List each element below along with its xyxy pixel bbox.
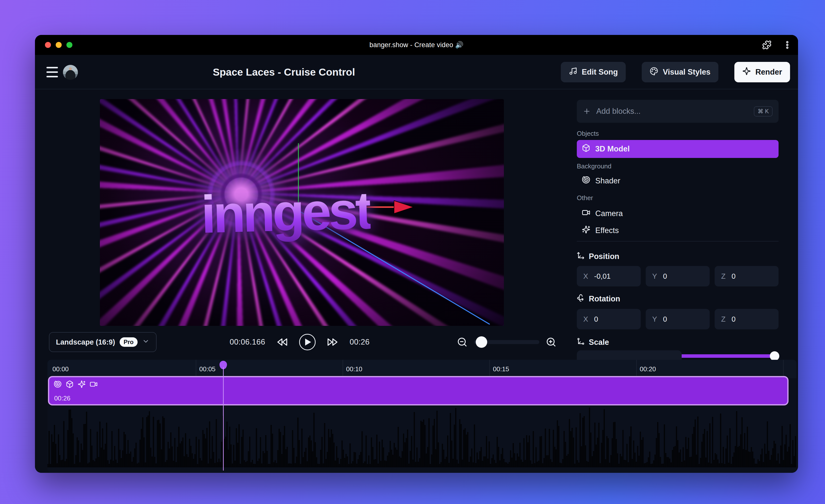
zoom-slider[interactable] [474, 340, 539, 344]
browser-tab-title: banger.show - Create video 🔊 [35, 35, 798, 55]
chevron-down-icon [142, 338, 150, 347]
scale-section-header: Scale [577, 337, 778, 347]
sparkle-icon [742, 67, 751, 77]
block-item-3d-model[interactable]: 3D Model [577, 140, 778, 158]
properties-sidebar: Add blocks... ⌘ K Objects 3D Model Backg… [577, 100, 778, 382]
ruler-time-label: 00:10 [346, 365, 362, 373]
visual-styles-button[interactable]: Visual Styles [642, 62, 719, 82]
palette-icon [650, 67, 658, 77]
edit-song-button[interactable]: Edit Song [561, 62, 626, 82]
user-avatar[interactable] [63, 65, 78, 80]
rotation-section-header: Rotation [577, 294, 778, 304]
browser-menu-kebab-icon[interactable] [782, 40, 792, 50]
video-camera-icon [90, 380, 98, 389]
position-z-input[interactable]: Z0 [715, 266, 778, 286]
play-button[interactable] [299, 334, 316, 350]
keyboard-shortcut-badge: ⌘ K [754, 106, 772, 116]
aspect-ratio-select[interactable]: Landscape (16:9) Pro [49, 332, 157, 352]
total-duration: 00:26 [350, 338, 370, 347]
ruler-gridline [636, 360, 637, 378]
ruler-time-label: 00:15 [493, 365, 509, 373]
app-header: Space Laces - Cruise Control Edit Song V… [35, 55, 798, 89]
spiral-icon [54, 380, 62, 389]
timeline-ruler[interactable]: 00:0000:0500:1000:1500:20 [48, 360, 797, 378]
add-blocks-button[interactable]: Add blocks... ⌘ K [577, 100, 778, 123]
move-3d-icon [577, 252, 585, 261]
section-label-objects: Objects [577, 130, 778, 138]
zoom-out-icon[interactable] [457, 337, 467, 347]
clip-duration-label: 00:26 [54, 395, 70, 402]
rotation-x-input[interactable]: X0 [577, 309, 641, 329]
sidebar-divider [577, 241, 778, 242]
scale-slider-thumb[interactable] [770, 351, 779, 361]
block-item-camera[interactable]: Camera [577, 206, 778, 221]
pro-badge: Pro [120, 337, 138, 347]
scale-3d-icon [577, 337, 585, 347]
plus-icon [583, 107, 591, 115]
render-button[interactable]: Render [734, 62, 790, 82]
video-preview-canvas[interactable]: inngest [100, 99, 504, 326]
position-y-input[interactable]: Y0 [646, 266, 709, 286]
ruler-time-label: 00:00 [53, 365, 69, 373]
rotate-3d-icon [577, 294, 585, 304]
video-camera-icon [582, 208, 590, 219]
project-title: Space Laces - Cruise Control [213, 55, 355, 89]
ruler-time-label: 00:05 [199, 365, 216, 373]
timeline-zoom-controls [457, 331, 556, 353]
music-note-icon [569, 67, 577, 77]
hamburger-menu-button[interactable] [47, 67, 58, 77]
cube-icon [582, 144, 590, 154]
browser-window: banger.show - Create video 🔊 Space Laces… [35, 35, 798, 473]
play-icon [305, 339, 311, 346]
sparkles-icon [582, 225, 590, 236]
zoom-in-icon[interactable] [546, 337, 556, 347]
timeline-panel: 00:0000:0500:1000:1500:20 00:26 [48, 360, 797, 473]
rotation-y-input[interactable]: Y0 [646, 309, 709, 329]
fast-forward-button[interactable] [327, 337, 338, 348]
section-label-background: Background [577, 162, 778, 170]
ruler-gridline [343, 360, 343, 378]
current-time: 00:06.166 [230, 338, 265, 347]
titlebar: banger.show - Create video 🔊 [35, 35, 798, 55]
timeline-clip[interactable]: 00:26 [48, 376, 789, 406]
spiral-icon [582, 176, 590, 186]
block-item-effects[interactable]: Effects [577, 223, 778, 238]
sparkles-icon [78, 380, 86, 389]
app-root: Space Laces - Cruise Control Edit Song V… [35, 55, 798, 473]
rewind-button[interactable] [277, 337, 288, 348]
extensions-puzzle-icon[interactable] [762, 40, 771, 50]
ruler-gridline [196, 360, 196, 378]
audio-waveform[interactable] [48, 406, 797, 467]
playback-controls: 00:06.166 00:26 [210, 331, 389, 353]
position-section-header: Position [577, 252, 778, 261]
clip-block-icons [54, 380, 98, 389]
position-x-input[interactable]: X-0,01 [577, 266, 641, 286]
ruler-time-label: 00:20 [640, 365, 656, 373]
block-item-shader[interactable]: Shader [577, 174, 778, 188]
preview-3d-logo-text: inngest [201, 180, 371, 245]
ruler-gridline [490, 360, 490, 378]
desktop-background: banger.show - Create video 🔊 Space Laces… [0, 0, 825, 504]
rotation-z-input[interactable]: Z0 [715, 309, 778, 329]
zoom-slider-thumb[interactable] [476, 336, 487, 348]
section-label-other: Other [577, 194, 778, 202]
cube-icon [66, 380, 74, 389]
ruler-gridline [783, 360, 783, 378]
